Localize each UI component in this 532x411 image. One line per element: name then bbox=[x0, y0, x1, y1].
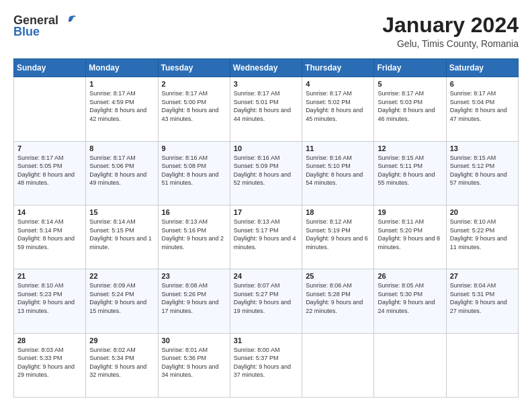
day-cell: 1Sunrise: 8:17 AMSunset: 4:59 PMDaylight… bbox=[86, 77, 158, 141]
day-number: 23 bbox=[162, 272, 226, 280]
col-header-tuesday: Tuesday bbox=[158, 59, 230, 77]
day-cell: 16Sunrise: 8:13 AMSunset: 5:16 PMDayligh… bbox=[158, 205, 230, 269]
day-cell: 8Sunrise: 8:17 AMSunset: 5:06 PMDaylight… bbox=[86, 141, 158, 205]
day-info: Sunrise: 8:17 AMSunset: 5:01 PMDaylight:… bbox=[234, 89, 298, 123]
day-cell bbox=[446, 333, 518, 397]
day-info: Sunrise: 8:03 AMSunset: 5:33 PMDaylight:… bbox=[17, 346, 82, 379]
day-number: 5 bbox=[378, 80, 442, 88]
day-cell bbox=[374, 333, 446, 397]
day-number: 12 bbox=[378, 144, 442, 152]
day-info: Sunrise: 8:17 AMSunset: 5:02 PMDaylight:… bbox=[306, 89, 370, 123]
day-number: 20 bbox=[450, 208, 515, 216]
day-cell: 31Sunrise: 8:00 AMSunset: 5:37 PMDayligh… bbox=[230, 333, 302, 397]
day-cell: 10Sunrise: 8:16 AMSunset: 5:09 PMDayligh… bbox=[230, 141, 302, 205]
day-number: 9 bbox=[162, 144, 226, 152]
day-cell: 11Sunrise: 8:16 AMSunset: 5:10 PMDayligh… bbox=[302, 141, 374, 205]
day-cell: 30Sunrise: 8:01 AMSunset: 5:36 PMDayligh… bbox=[158, 333, 230, 397]
day-cell: 18Sunrise: 8:12 AMSunset: 5:19 PMDayligh… bbox=[302, 205, 374, 269]
day-info: Sunrise: 8:00 AMSunset: 5:37 PMDaylight:… bbox=[234, 346, 298, 379]
header-row: SundayMondayTuesdayWednesdayThursdayFrid… bbox=[14, 59, 519, 77]
day-cell: 3Sunrise: 8:17 AMSunset: 5:01 PMDaylight… bbox=[230, 77, 302, 141]
page: General Blue January 2024 Gelu, Timis Co… bbox=[0, 0, 532, 411]
day-number: 24 bbox=[234, 272, 298, 280]
day-info: Sunrise: 8:17 AMSunset: 5:05 PMDaylight:… bbox=[17, 154, 82, 187]
day-cell: 2Sunrise: 8:17 AMSunset: 5:00 PMDaylight… bbox=[158, 77, 230, 141]
day-cell: 28Sunrise: 8:03 AMSunset: 5:33 PMDayligh… bbox=[14, 333, 86, 397]
subtitle: Gelu, Timis County, Romania bbox=[382, 38, 519, 49]
logo-blue: Blue bbox=[13, 25, 40, 39]
day-info: Sunrise: 8:16 AMSunset: 5:09 PMDaylight:… bbox=[234, 154, 298, 187]
day-info: Sunrise: 8:14 AMSunset: 5:15 PMDaylight:… bbox=[89, 218, 154, 251]
day-info: Sunrise: 8:14 AMSunset: 5:14 PMDaylight:… bbox=[17, 218, 82, 251]
week-row-1: 1Sunrise: 8:17 AMSunset: 4:59 PMDaylight… bbox=[14, 77, 519, 141]
logo: General Blue bbox=[13, 13, 77, 39]
day-info: Sunrise: 8:13 AMSunset: 5:16 PMDaylight:… bbox=[162, 218, 226, 251]
calendar-table: SundayMondayTuesdayWednesdayThursdayFrid… bbox=[13, 58, 519, 398]
col-header-sunday: Sunday bbox=[14, 59, 86, 77]
title-block: January 2024 Gelu, Timis County, Romania bbox=[382, 13, 519, 49]
day-info: Sunrise: 8:05 AMSunset: 5:30 PMDaylight:… bbox=[378, 281, 442, 315]
day-cell: 17Sunrise: 8:13 AMSunset: 5:17 PMDayligh… bbox=[230, 205, 302, 269]
week-row-3: 14Sunrise: 8:14 AMSunset: 5:14 PMDayligh… bbox=[14, 205, 519, 269]
day-number: 1 bbox=[89, 80, 154, 88]
day-number: 16 bbox=[162, 208, 226, 216]
day-number: 17 bbox=[234, 208, 298, 216]
logo-bird-icon bbox=[61, 14, 77, 28]
day-number: 27 bbox=[450, 272, 515, 280]
day-number: 15 bbox=[89, 208, 154, 216]
day-info: Sunrise: 8:11 AMSunset: 5:20 PMDaylight:… bbox=[378, 218, 442, 251]
day-number: 4 bbox=[306, 80, 370, 88]
day-info: Sunrise: 8:04 AMSunset: 5:31 PMDaylight:… bbox=[450, 281, 515, 315]
day-info: Sunrise: 8:07 AMSunset: 5:27 PMDaylight:… bbox=[234, 281, 298, 315]
col-header-monday: Monday bbox=[86, 59, 158, 77]
day-info: Sunrise: 8:17 AMSunset: 4:59 PMDaylight:… bbox=[89, 89, 154, 123]
day-number: 10 bbox=[234, 144, 298, 152]
day-number: 21 bbox=[17, 272, 82, 280]
day-number: 28 bbox=[17, 336, 82, 345]
day-info: Sunrise: 8:17 AMSunset: 5:00 PMDaylight:… bbox=[162, 89, 226, 123]
day-info: Sunrise: 8:15 AMSunset: 5:12 PMDaylight:… bbox=[450, 154, 515, 187]
day-cell: 25Sunrise: 8:06 AMSunset: 5:28 PMDayligh… bbox=[302, 269, 374, 333]
col-header-saturday: Saturday bbox=[446, 59, 518, 77]
week-row-5: 28Sunrise: 8:03 AMSunset: 5:33 PMDayligh… bbox=[14, 333, 519, 397]
day-cell: 9Sunrise: 8:16 AMSunset: 5:08 PMDaylight… bbox=[158, 141, 230, 205]
day-cell: 19Sunrise: 8:11 AMSunset: 5:20 PMDayligh… bbox=[374, 205, 446, 269]
week-row-2: 7Sunrise: 8:17 AMSunset: 5:05 PMDaylight… bbox=[14, 141, 519, 205]
col-header-wednesday: Wednesday bbox=[230, 59, 302, 77]
day-number: 8 bbox=[89, 144, 154, 152]
day-number: 22 bbox=[89, 272, 154, 280]
day-number: 6 bbox=[450, 80, 515, 88]
day-number: 29 bbox=[89, 336, 154, 345]
day-info: Sunrise: 8:17 AMSunset: 5:04 PMDaylight:… bbox=[450, 89, 515, 123]
day-cell: 23Sunrise: 8:08 AMSunset: 5:26 PMDayligh… bbox=[158, 269, 230, 333]
day-cell: 22Sunrise: 8:09 AMSunset: 5:24 PMDayligh… bbox=[86, 269, 158, 333]
day-cell: 12Sunrise: 8:15 AMSunset: 5:11 PMDayligh… bbox=[374, 141, 446, 205]
day-number: 14 bbox=[17, 208, 82, 216]
day-number: 18 bbox=[306, 208, 370, 216]
day-info: Sunrise: 8:16 AMSunset: 5:08 PMDaylight:… bbox=[162, 154, 226, 187]
day-cell: 24Sunrise: 8:07 AMSunset: 5:27 PMDayligh… bbox=[230, 269, 302, 333]
day-info: Sunrise: 8:16 AMSunset: 5:10 PMDaylight:… bbox=[306, 154, 370, 187]
col-header-thursday: Thursday bbox=[302, 59, 374, 77]
day-info: Sunrise: 8:17 AMSunset: 5:06 PMDaylight:… bbox=[89, 154, 154, 187]
day-info: Sunrise: 8:08 AMSunset: 5:26 PMDaylight:… bbox=[162, 281, 226, 315]
day-number: 25 bbox=[306, 272, 370, 280]
day-cell: 4Sunrise: 8:17 AMSunset: 5:02 PMDaylight… bbox=[302, 77, 374, 141]
day-number: 11 bbox=[306, 144, 370, 152]
day-number: 30 bbox=[162, 336, 226, 345]
day-number: 13 bbox=[450, 144, 515, 152]
day-cell: 26Sunrise: 8:05 AMSunset: 5:30 PMDayligh… bbox=[374, 269, 446, 333]
day-number: 3 bbox=[234, 80, 298, 88]
main-title: January 2024 bbox=[382, 13, 519, 37]
day-info: Sunrise: 8:06 AMSunset: 5:28 PMDaylight:… bbox=[306, 281, 370, 315]
day-info: Sunrise: 8:10 AMSunset: 5:23 PMDaylight:… bbox=[17, 281, 82, 315]
day-cell: 5Sunrise: 8:17 AMSunset: 5:03 PMDaylight… bbox=[374, 77, 446, 141]
day-cell: 29Sunrise: 8:02 AMSunset: 5:34 PMDayligh… bbox=[86, 333, 158, 397]
day-number: 2 bbox=[162, 80, 226, 88]
day-info: Sunrise: 8:17 AMSunset: 5:03 PMDaylight:… bbox=[378, 89, 442, 123]
day-cell: 21Sunrise: 8:10 AMSunset: 5:23 PMDayligh… bbox=[14, 269, 86, 333]
day-cell: 27Sunrise: 8:04 AMSunset: 5:31 PMDayligh… bbox=[446, 269, 518, 333]
day-cell: 20Sunrise: 8:10 AMSunset: 5:22 PMDayligh… bbox=[446, 205, 518, 269]
day-info: Sunrise: 8:10 AMSunset: 5:22 PMDaylight:… bbox=[450, 218, 515, 251]
day-number: 19 bbox=[378, 208, 442, 216]
